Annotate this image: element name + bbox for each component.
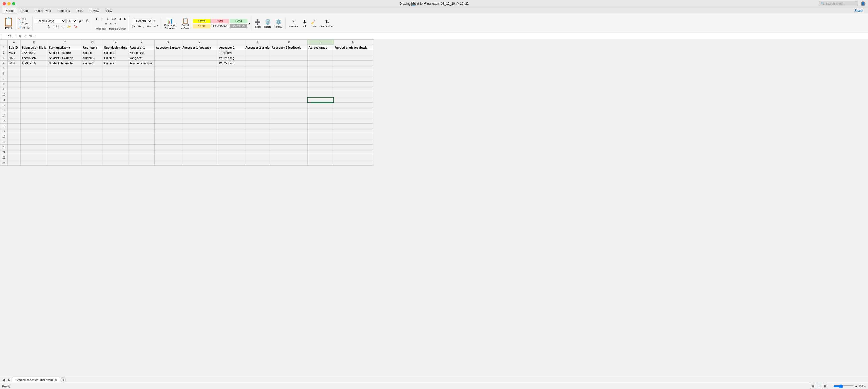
cell-B15[interactable] [21,118,48,124]
cell-G16[interactable] [155,124,181,129]
cell-D23[interactable] [82,160,103,166]
cell-reference-box[interactable] [1,34,17,38]
border-button[interactable]: ⊞ [60,24,65,29]
row-number-23[interactable]: 23 [0,160,8,166]
cell-F3[interactable]: Yang Yezi [128,55,155,61]
font-color-button[interactable]: A▾ [72,24,78,29]
cell-K19[interactable] [271,139,307,144]
styles-expand-button[interactable]: ▾ [249,22,250,26]
cell-G19[interactable] [155,139,181,144]
cell-D1[interactable]: Username [82,45,103,50]
row-number-1[interactable]: 1 [0,45,8,50]
cell-M14[interactable] [334,113,373,118]
row-number-19[interactable]: 19 [0,139,8,144]
cell-M7[interactable] [334,76,373,82]
cell-M8[interactable] [334,82,373,87]
decrease-font-size-button[interactable]: A- [85,18,91,24]
zoom-in-button[interactable]: + [856,384,858,388]
cell-G15[interactable] [155,118,181,124]
cell-C2[interactable]: Student Example [48,50,82,55]
cell-G23[interactable] [155,160,181,166]
cell-B3[interactable]: Xacd07497 [21,55,48,61]
cell-I20[interactable] [218,144,244,150]
cell-B5[interactable] [21,66,48,71]
search-box[interactable]: 🔍 Search Sheet [818,1,858,6]
cell-K21[interactable] [271,150,307,155]
indent-decrease-button[interactable]: ◀ [118,17,122,21]
cell-I12[interactable] [218,103,244,108]
cell-A23[interactable] [8,160,21,166]
cell-H10[interactable] [181,92,218,97]
row-number-17[interactable]: 17 [0,129,8,134]
cell-C23[interactable] [48,160,82,166]
cell-J6[interactable] [244,71,271,76]
user-avatar[interactable]: 👤 [861,1,865,6]
cell-F5[interactable] [128,66,155,71]
cell-C15[interactable] [48,118,82,124]
cell-K13[interactable] [271,108,307,113]
cell-C22[interactable] [48,155,82,160]
cell-C20[interactable] [48,144,82,150]
align-middle-button[interactable]: ↔ [99,17,105,21]
cell-J22[interactable] [244,155,271,160]
cell-K5[interactable] [271,66,307,71]
cell-H14[interactable] [181,113,218,118]
cell-M19[interactable] [334,139,373,144]
cell-C8[interactable] [48,82,82,87]
cell-B21[interactable] [21,150,48,155]
cell-M17[interactable] [334,129,373,134]
format-as-table-button[interactable]: 📋 Format as Table [179,17,192,30]
cell-I9[interactable] [218,87,244,92]
cell-I10[interactable] [218,92,244,97]
cell-H19[interactable] [181,139,218,144]
cell-B22[interactable] [21,155,48,160]
cell-H13[interactable] [181,108,218,113]
cell-A13[interactable] [8,108,21,113]
row-number-5[interactable]: 5 [0,66,8,71]
cell-E15[interactable] [103,118,128,124]
cell-J4[interactable] [244,61,271,66]
cell-K9[interactable] [271,87,307,92]
cell-B17[interactable] [21,129,48,134]
cell-A4[interactable]: 3076 [8,61,21,66]
cell-F1[interactable]: Assessor 1 [128,45,155,50]
col-header-K[interactable]: K [271,40,307,45]
cell-J18[interactable] [244,134,271,139]
formula-cancel-button[interactable]: ✕ [18,34,23,38]
cell-B9[interactable] [21,87,48,92]
align-center-button[interactable]: ≡ [109,22,113,27]
cell-A16[interactable] [8,124,21,129]
cell-K20[interactable] [271,144,307,150]
row-number-6[interactable]: 6 [0,71,8,76]
format-painter-button[interactable]: 🖌️ Format [17,26,31,29]
cell-K4[interactable] [271,61,307,66]
formula-input[interactable] [38,34,867,38]
cell-M20[interactable] [334,144,373,150]
cell-K17[interactable] [271,129,307,134]
cell-F6[interactable] [128,71,155,76]
cell-H12[interactable] [181,103,218,108]
cell-K15[interactable] [271,118,307,124]
page-layout-view-button[interactable]: 📄 [816,384,822,389]
close-button[interactable] [3,2,6,5]
cell-L7[interactable] [307,76,334,82]
cell-L11[interactable] [307,97,334,103]
cell-K3[interactable] [271,55,307,61]
cell-M1[interactable]: Agreed grade feedback [334,45,373,50]
cell-E13[interactable] [103,108,128,113]
cell-C17[interactable] [48,129,82,134]
cell-J9[interactable] [244,87,271,92]
cell-J19[interactable] [244,139,271,144]
cell-F23[interactable] [128,160,155,166]
comma-button[interactable]: , [142,24,145,29]
bad-style-button[interactable]: Bad [211,19,229,23]
cell-A20[interactable] [8,144,21,150]
bold-button[interactable]: B [46,24,51,29]
cell-K8[interactable] [271,82,307,87]
cell-E12[interactable] [103,103,128,108]
cell-D17[interactable] [82,129,103,134]
cell-F14[interactable] [128,113,155,118]
cell-F4[interactable]: Teacher Example [128,61,155,66]
row-number-9[interactable]: 9 [0,87,8,92]
cell-M9[interactable] [334,87,373,92]
